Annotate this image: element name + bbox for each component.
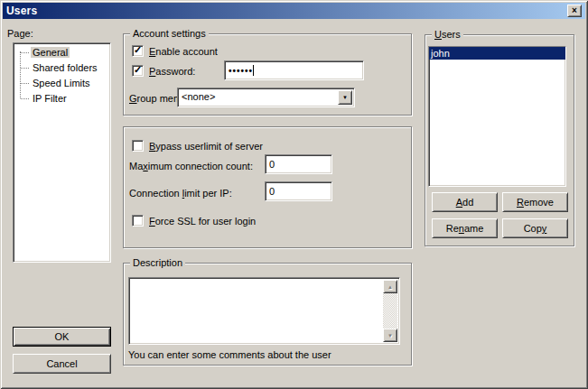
close-icon: × <box>572 6 577 15</box>
chevron-down-icon: ▼ <box>342 95 348 100</box>
window-title: Users <box>6 5 37 17</box>
remove-button[interactable]: Remove <box>502 192 568 212</box>
group-membership-value: <none> <box>182 91 215 102</box>
enable-account-row: Enable account <box>132 45 218 57</box>
users-dialog: Users × Page: General Shared folders Spe… <box>0 0 588 389</box>
titlebar[interactable]: Users × <box>3 3 585 19</box>
description-textarea[interactable]: ▲ ▼ <box>128 277 400 345</box>
group-membership-select[interactable]: <none> ▼ <box>177 88 355 107</box>
ip-limit-label: Connection limit per IP: <box>129 187 232 199</box>
bypass-userlimit-row: Bypass userlimit of server <box>132 140 263 152</box>
bypass-userlimit-checkbox[interactable] <box>132 140 144 152</box>
page-label: Page: <box>7 27 33 40</box>
users-group-title: Users <box>432 29 463 41</box>
bypass-userlimit-label: Bypass userlimit of server <box>149 141 263 152</box>
enable-account-label: Enable account <box>149 46 218 57</box>
copy-button[interactable]: Copy <box>502 218 568 238</box>
password-input[interactable]: •••••• <box>224 60 364 80</box>
password-checkbox[interactable] <box>132 65 144 77</box>
tree-item-general[interactable]: General <box>14 45 110 60</box>
list-item-john[interactable]: john <box>429 47 565 60</box>
add-button[interactable]: Add <box>432 192 498 212</box>
page-tree[interactable]: General Shared folders Speed Limits IP F… <box>13 42 111 263</box>
arrow-up-icon: ▲ <box>387 284 393 290</box>
account-settings-title: Account settings <box>130 28 209 40</box>
max-connection-label: Maximum connection count: <box>129 160 253 172</box>
force-ssl-label: Force SSL for user login <box>149 216 256 227</box>
users-list[interactable]: john <box>428 46 566 187</box>
force-ssl-checkbox[interactable] <box>132 215 144 227</box>
tree-item-ip-filter[interactable]: IP Filter <box>14 91 110 107</box>
ok-button[interactable]: OK <box>13 327 111 347</box>
tree-item-speed-limits[interactable]: Speed Limits <box>14 76 110 91</box>
password-row: Password: <box>132 65 195 77</box>
password-value: •••••• <box>229 66 253 76</box>
enable-account-checkbox[interactable] <box>132 45 144 57</box>
ip-limit-input[interactable]: 0 <box>265 181 332 201</box>
max-connection-input[interactable]: 0 <box>265 154 332 174</box>
tree-item-shared-folders[interactable]: Shared folders <box>14 60 110 76</box>
scroll-up-button[interactable]: ▲ <box>383 280 397 293</box>
arrow-down-icon: ▼ <box>387 333 393 338</box>
cancel-button[interactable]: Cancel <box>13 354 111 374</box>
scroll-down-button[interactable]: ▼ <box>383 329 397 342</box>
description-hint: You can enter some comments about the us… <box>128 348 331 361</box>
password-label: Password: <box>149 66 195 77</box>
dropdown-button[interactable]: ▼ <box>338 90 352 105</box>
vertical-scrollbar[interactable]: ▲ ▼ <box>383 280 397 342</box>
rename-button[interactable]: Rename <box>432 218 498 238</box>
description-title: Description <box>130 257 185 269</box>
force-ssl-row: Force SSL for user login <box>132 215 256 227</box>
text-caret <box>253 65 254 76</box>
close-button[interactable]: × <box>567 5 582 17</box>
